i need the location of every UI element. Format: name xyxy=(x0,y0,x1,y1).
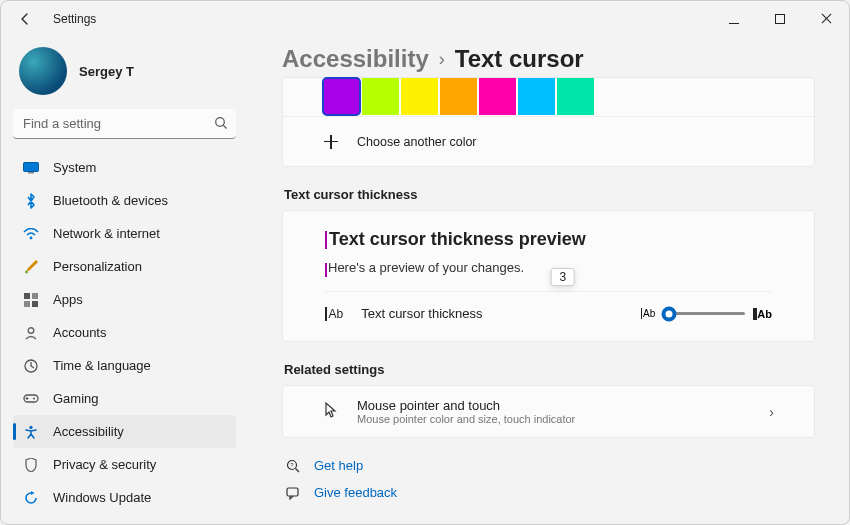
choose-another-color-button[interactable]: Choose another color xyxy=(283,116,814,166)
thickness-card: Text cursor thickness preview Here's a p… xyxy=(282,210,815,342)
sidebar-item-label: Windows Update xyxy=(53,490,151,505)
sidebar-item-personalization[interactable]: Personalization xyxy=(13,250,236,283)
color-swatch-cyan[interactable] xyxy=(518,78,555,115)
section-related-label: Related settings xyxy=(284,362,815,377)
apps-icon xyxy=(23,292,39,308)
color-swatch-purple[interactable] xyxy=(323,78,360,115)
text-cursor-icon xyxy=(325,263,327,277)
sidebar-item-gaming[interactable]: Gaming xyxy=(13,382,236,415)
sidebar-item-label: Network & internet xyxy=(53,226,160,241)
sidebar-item-label: Accessibility xyxy=(53,424,124,439)
related-subtitle: Mouse pointer color and size, touch indi… xyxy=(357,413,575,425)
sidebar-item-label: Time & language xyxy=(53,358,151,373)
sync-icon xyxy=(23,490,39,506)
slider-max-icon: Ab xyxy=(753,308,772,320)
avatar xyxy=(19,47,67,95)
help-icon: ? xyxy=(286,459,302,473)
chevron-right-icon: › xyxy=(439,49,445,70)
content-area: Accessibility › Text cursor Choose anoth… xyxy=(248,37,849,524)
color-picker-card: Choose another color xyxy=(282,77,815,167)
color-swatch-row xyxy=(283,78,814,116)
sidebar: Sergey T System Bluetooth & devices Netw… xyxy=(1,37,248,524)
svg-rect-3 xyxy=(28,172,34,174)
slider-min-icon: Ab xyxy=(641,308,656,319)
give-feedback-link[interactable]: Give feedback xyxy=(282,479,815,506)
search-input[interactable] xyxy=(13,109,236,139)
sidebar-item-time[interactable]: Time & language xyxy=(13,349,236,382)
thickness-slider-row: Ab Text cursor thickness Ab Ab 3 xyxy=(325,291,772,337)
sidebar-item-label: Bluetooth & devices xyxy=(53,193,168,208)
preview-heading: Text cursor thickness preview xyxy=(325,229,772,250)
section-thickness-label: Text cursor thickness xyxy=(284,187,815,202)
svg-point-14 xyxy=(29,425,32,428)
sidebar-item-accessibility[interactable]: Accessibility xyxy=(13,415,236,448)
slider-label: Text cursor thickness xyxy=(361,306,482,321)
sidebar-item-label: Apps xyxy=(53,292,83,307)
choose-color-label: Choose another color xyxy=(357,135,477,149)
shield-icon xyxy=(23,457,39,473)
color-swatch-magenta[interactable] xyxy=(479,78,516,115)
sidebar-item-label: Privacy & security xyxy=(53,457,156,472)
related-title: Mouse pointer and touch xyxy=(357,398,575,413)
svg-point-13 xyxy=(33,398,35,400)
text-cursor-icon xyxy=(325,231,327,249)
svg-text:?: ? xyxy=(290,462,294,468)
sidebar-item-apps[interactable]: Apps xyxy=(13,283,236,316)
sidebar-item-label: Accounts xyxy=(53,325,106,340)
sidebar-item-update[interactable]: Windows Update xyxy=(13,481,236,512)
svg-line-1 xyxy=(223,125,226,128)
sidebar-item-bluetooth[interactable]: Bluetooth & devices xyxy=(13,184,236,217)
minimize-button[interactable] xyxy=(711,1,757,37)
feedback-icon xyxy=(286,486,302,500)
sidebar-item-privacy[interactable]: Privacy & security xyxy=(13,448,236,481)
preview-body: Here's a preview of your changes. xyxy=(325,260,772,275)
breadcrumb: Accessibility › Text cursor xyxy=(282,37,815,77)
mouse-pointer-link[interactable]: Mouse pointer and touch Mouse pointer co… xyxy=(282,385,815,438)
wifi-icon xyxy=(23,226,39,242)
color-swatch-lime[interactable] xyxy=(362,78,399,115)
window-title: Settings xyxy=(53,12,96,26)
paintbrush-icon xyxy=(23,259,39,275)
breadcrumb-parent[interactable]: Accessibility xyxy=(282,45,429,73)
sidebar-item-system[interactable]: System xyxy=(13,151,236,184)
svg-rect-6 xyxy=(24,293,30,299)
accessibility-icon xyxy=(23,424,39,440)
title-bar: Settings xyxy=(1,1,849,37)
svg-rect-17 xyxy=(287,488,298,496)
sidebar-item-label: Personalization xyxy=(53,259,142,274)
color-swatch-yellow[interactable] xyxy=(401,78,438,115)
color-swatch-orange[interactable] xyxy=(440,78,477,115)
close-button[interactable] xyxy=(803,1,849,37)
text-cursor-ab-icon: Ab xyxy=(325,307,343,321)
svg-point-0 xyxy=(216,118,225,127)
svg-rect-8 xyxy=(24,301,30,307)
display-icon xyxy=(23,160,39,176)
clock-icon xyxy=(23,358,39,374)
plus-icon xyxy=(323,134,339,150)
svg-rect-9 xyxy=(32,301,38,307)
svg-rect-2 xyxy=(24,162,39,171)
thickness-slider[interactable] xyxy=(663,312,745,315)
slider-thumb[interactable] xyxy=(662,306,677,321)
nav-list: System Bluetooth & devices Network & int… xyxy=(13,151,236,512)
user-name: Sergey T xyxy=(79,64,134,79)
get-help-link[interactable]: ? Get help xyxy=(282,452,815,479)
get-help-label: Get help xyxy=(314,458,363,473)
page-title: Text cursor xyxy=(455,45,584,73)
svg-rect-7 xyxy=(32,293,38,299)
svg-point-10 xyxy=(28,327,34,333)
sidebar-item-accounts[interactable]: Accounts xyxy=(13,316,236,349)
mouse-pointer-icon xyxy=(323,401,341,423)
chevron-right-icon: › xyxy=(769,404,774,420)
maximize-button[interactable] xyxy=(757,1,803,37)
user-block[interactable]: Sergey T xyxy=(13,41,236,109)
sidebar-item-label: Gaming xyxy=(53,391,99,406)
sidebar-item-network[interactable]: Network & internet xyxy=(13,217,236,250)
color-swatch-teal[interactable] xyxy=(557,78,594,115)
slider-tooltip: 3 xyxy=(550,268,575,286)
svg-point-4 xyxy=(30,236,33,239)
gamepad-icon xyxy=(23,391,39,407)
bluetooth-icon xyxy=(23,193,39,209)
back-button[interactable] xyxy=(11,5,39,33)
search-icon xyxy=(214,116,228,133)
